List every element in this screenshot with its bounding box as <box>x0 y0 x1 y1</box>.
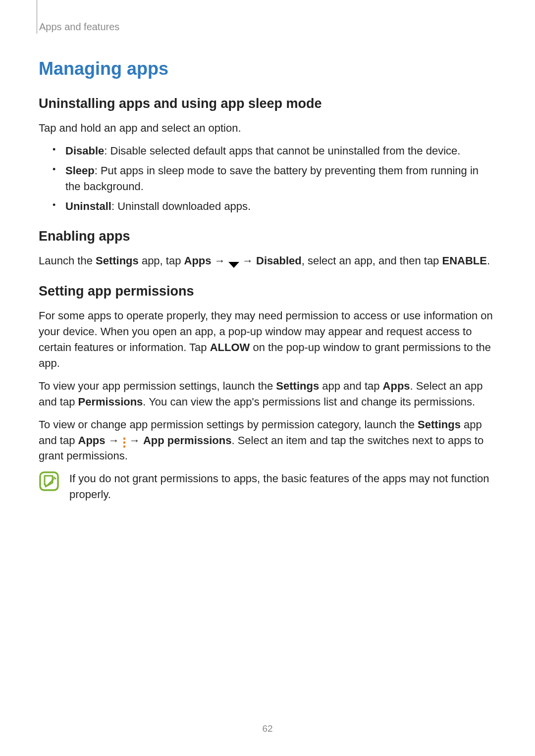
text-bold: Settings <box>276 380 319 392</box>
text: . You can view the app's permissions lis… <box>143 396 475 408</box>
text: To view your app permission settings, la… <box>39 380 276 392</box>
subsection-uninstalling: Uninstalling apps and using app sleep mo… <box>39 96 496 111</box>
text-bold: ALLOW <box>210 341 250 353</box>
paragraph-enabling: Launch the Settings app, tap Apps → → Di… <box>39 253 496 269</box>
text-bold: Apps <box>78 434 106 447</box>
text-bold: App permissions <box>143 434 231 447</box>
bullet-text: : Uninstall downloaded apps. <box>111 200 251 212</box>
text: . <box>487 254 490 267</box>
text: → <box>126 434 143 447</box>
bullet-text: : Disable selected default apps that can… <box>104 145 460 157</box>
text-bold: Settings <box>96 254 139 267</box>
bullet-item: Sleep: Put apps in sleep mode to save th… <box>53 163 496 195</box>
bullet-label: Disable <box>65 145 104 157</box>
text-bold: Apps <box>184 254 212 267</box>
section-title: Managing apps <box>39 58 496 79</box>
text: app and tap <box>319 380 382 392</box>
paragraph-permissions-3: To view or change app permission setting… <box>39 417 496 464</box>
bullet-item: Disable: Disable selected default apps t… <box>53 143 496 159</box>
text: app, tap <box>139 254 184 267</box>
text-bold: Disabled <box>256 254 302 267</box>
svg-point-1 <box>123 437 125 440</box>
text: → <box>106 434 122 447</box>
bullet-text: : Put apps in sleep mode to save the bat… <box>65 164 479 193</box>
bullet-item: Uninstall: Uninstall downloaded apps. <box>53 199 496 214</box>
text-bold: Permissions <box>78 396 143 408</box>
text: Launch the <box>39 254 96 267</box>
bullet-list: Disable: Disable selected default apps t… <box>53 143 496 214</box>
running-header: Apps and features <box>37 20 496 34</box>
bullet-label: Sleep <box>65 164 95 177</box>
text-bold: Settings <box>418 418 461 431</box>
subsection-permissions: Setting app permissions <box>39 284 496 299</box>
text-bold: Apps <box>383 380 410 392</box>
text-bold: ENABLE <box>442 254 486 267</box>
page-number: 62 <box>0 723 535 734</box>
dropdown-icon <box>228 257 239 264</box>
paragraph-permissions-1: For some apps to operate properly, they … <box>39 308 496 371</box>
svg-rect-4 <box>40 472 58 490</box>
svg-point-2 <box>123 441 125 444</box>
note-text: If you do not grant permissions to apps,… <box>69 471 496 503</box>
svg-point-3 <box>123 445 125 448</box>
text: → <box>239 254 256 267</box>
paragraph-intro: Tap and hold an app and select an option… <box>39 120 496 136</box>
subsection-enabling: Enabling apps <box>39 229 496 244</box>
text: To view or change app permission setting… <box>39 418 418 431</box>
text: → <box>212 254 228 267</box>
text: , select an app, and then tap <box>302 254 442 267</box>
bullet-label: Uninstall <box>65 200 111 212</box>
svg-marker-0 <box>228 262 239 268</box>
paragraph-permissions-2: To view your app permission settings, la… <box>39 378 496 410</box>
note-icon <box>39 471 59 492</box>
more-options-icon <box>122 437 126 448</box>
note-block: If you do not grant permissions to apps,… <box>39 471 496 503</box>
